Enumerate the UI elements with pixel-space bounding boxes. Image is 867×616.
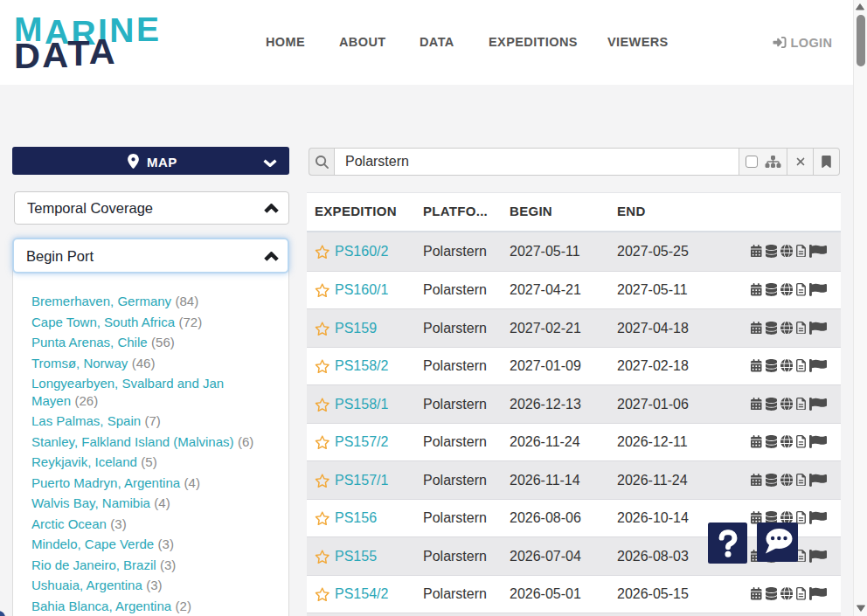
svg-text:DATA: DATA (14, 31, 117, 73)
